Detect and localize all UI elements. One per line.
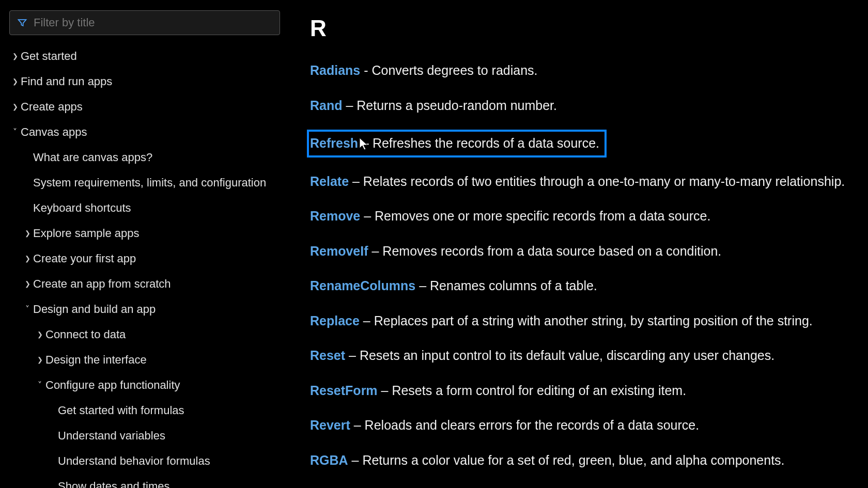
chevron-down-icon[interactable] — [22, 303, 33, 316]
nav-item-label: Understand behavior formulas — [58, 452, 210, 469]
nav-item-label: Get started — [21, 48, 77, 65]
function-link[interactable]: RenameColumns — [310, 278, 415, 293]
function-description: - Converts degrees to radians. — [360, 63, 537, 77]
chevron-right-icon[interactable] — [9, 50, 21, 62]
reference-entry: ResetForm – Resets a form control for ed… — [310, 380, 847, 402]
nav-item-label: Find and run apps — [21, 73, 112, 90]
nav-item-label: Create an app from scratch — [33, 275, 171, 292]
chevron-right-icon[interactable] — [22, 253, 33, 265]
reference-entry: Remove – Removes one or more specific re… — [310, 206, 847, 227]
nav-item[interactable]: Get started — [9, 43, 280, 69]
filter-box[interactable] — [9, 10, 280, 35]
function-description: – Returns a pseudo-random number. — [343, 98, 557, 113]
nav-item[interactable]: What are canvas apps? — [9, 145, 280, 170]
main-content: R Radians - Converts degrees to radians.… — [289, 0, 868, 488]
reference-entry: Right – Returns the right-most portion o… — [310, 484, 847, 488]
reference-entry: Radians - Converts degrees to radians. — [310, 60, 847, 82]
reference-entry: RemoveIf – Removes records from a data s… — [310, 241, 847, 262]
nav-item-label: Configure app functionality — [45, 376, 180, 393]
function-link[interactable]: Refresh — [310, 136, 358, 150]
nav-item[interactable]: Canvas apps — [9, 119, 280, 145]
nav-item[interactable]: Connect to data — [9, 322, 280, 347]
function-link[interactable]: Rand — [310, 98, 343, 113]
nav-item[interactable]: Create an app from scratch — [9, 271, 280, 296]
chevron-right-icon[interactable] — [34, 328, 45, 341]
filter-input[interactable] — [34, 16, 272, 29]
function-description: – Relates records of two entities throug… — [349, 174, 845, 188]
function-link[interactable]: Radians — [310, 63, 360, 77]
reference-entry: Revert – Reloads and clears errors for t… — [310, 415, 847, 436]
function-description: – Replaces part of a string with another… — [360, 313, 813, 328]
nav-item[interactable]: Find and run apps — [9, 69, 280, 94]
nav-item-label: Create your first app — [33, 250, 136, 267]
function-link[interactable]: Revert — [310, 418, 350, 432]
nav-item-label: Get started with formulas — [58, 402, 184, 419]
chevron-right-icon[interactable] — [34, 354, 45, 366]
sidebar: Get startedFind and run appsCreate appsC… — [0, 0, 289, 488]
function-description: – Reloads and clears errors for the reco… — [350, 418, 699, 432]
function-link[interactable]: Relate — [310, 174, 349, 188]
function-link[interactable]: Reset — [310, 348, 345, 363]
nav-item[interactable]: Explore sample apps — [9, 221, 280, 246]
nav-item[interactable]: Understand behavior formulas — [9, 448, 280, 474]
nav-item-label: Canvas apps — [21, 123, 87, 140]
nav-item-label: What are canvas apps? — [33, 149, 152, 166]
nav-item-label: System requirements, limits, and configu… — [33, 174, 266, 191]
reference-entry: Reset – Resets an input control to its d… — [310, 345, 847, 367]
nav-item-label: Design the interface — [45, 351, 147, 368]
nav-item-label: Understand variables — [58, 427, 165, 444]
chevron-right-icon[interactable] — [22, 227, 33, 240]
function-link[interactable]: Remove — [310, 209, 360, 223]
nav-item[interactable]: System requirements, limits, and configu… — [9, 170, 280, 195]
reference-entry: Refresh – Refreshes the records of a dat… — [307, 130, 607, 158]
nav-tree[interactable]: Get startedFind and run appsCreate appsC… — [9, 43, 280, 488]
nav-item[interactable]: Keyboard shortcuts — [9, 195, 280, 221]
nav-item-label: Keyboard shortcuts — [33, 199, 131, 216]
chevron-right-icon[interactable] — [9, 75, 21, 88]
function-description: – Returns a color value for a set of red… — [348, 453, 785, 467]
function-description: – Refreshes the records of a data source… — [358, 136, 599, 150]
function-description: – Removes one or more specific records f… — [360, 209, 710, 223]
function-description: – Resets an input control to its default… — [345, 348, 774, 363]
nav-item-label: Show dates and times — [58, 478, 169, 488]
nav-item-label: Design and build an app — [33, 301, 156, 318]
nav-item-label: Explore sample apps — [33, 225, 139, 242]
reference-entry: Rand – Returns a pseudo-random number. — [310, 95, 847, 117]
function-link[interactable]: RemoveIf — [310, 244, 368, 258]
nav-item[interactable]: Create your first app — [9, 246, 280, 271]
reference-entry: RGBA – Returns a color value for a set o… — [310, 450, 847, 471]
section-heading: R — [310, 15, 847, 41]
chevron-down-icon[interactable] — [34, 379, 45, 391]
function-link[interactable]: Replace — [310, 313, 360, 328]
reference-entry: Relate – Relates records of two entities… — [310, 171, 847, 193]
function-link[interactable]: RGBA — [310, 453, 348, 467]
function-link[interactable]: ResetForm — [310, 383, 378, 398]
nav-item-label: Create apps — [21, 98, 83, 115]
nav-item[interactable]: Design and build an app — [9, 296, 280, 322]
nav-item[interactable]: Configure app functionality — [9, 372, 280, 398]
chevron-down-icon[interactable] — [9, 126, 21, 138]
reference-entry: Replace – Replaces part of a string with… — [310, 310, 847, 332]
nav-item[interactable]: Show dates and times — [9, 474, 280, 488]
nav-item-label: Connect to data — [45, 326, 126, 343]
entries-list: Radians - Converts degrees to radians.Ra… — [310, 60, 847, 488]
nav-item[interactable]: Get started with formulas — [9, 398, 280, 423]
nav-item[interactable]: Understand variables — [9, 423, 280, 448]
chevron-right-icon[interactable] — [9, 101, 21, 113]
nav-item[interactable]: Design the interface — [9, 347, 280, 372]
chevron-right-icon[interactable] — [22, 278, 33, 290]
nav-item[interactable]: Create apps — [9, 94, 280, 119]
function-description: – Resets a form control for editing of a… — [378, 383, 687, 398]
function-description: – Renames columns of a table. — [415, 278, 597, 293]
function-description: – Removes records from a data source bas… — [368, 244, 722, 258]
reference-entry: RenameColumns – Renames columns of a tab… — [310, 275, 847, 297]
filter-icon — [17, 18, 27, 28]
